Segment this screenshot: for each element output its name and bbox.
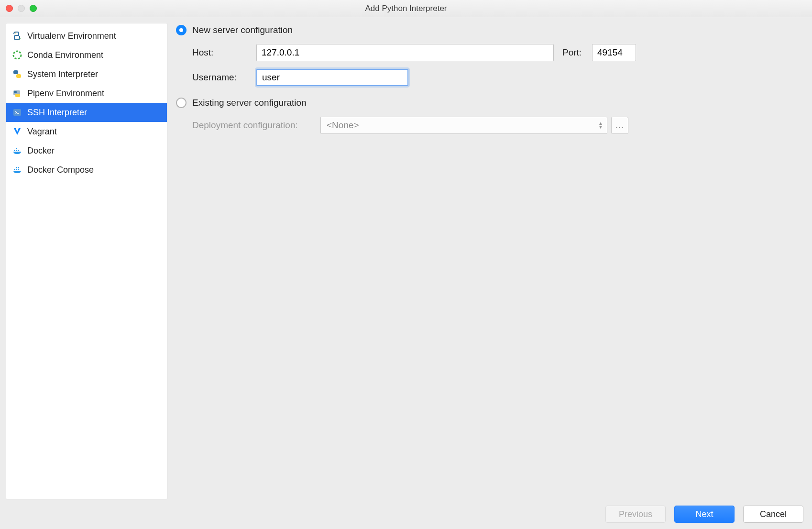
svg-text:v: v	[19, 37, 21, 41]
docker-icon	[12, 145, 22, 156]
sidebar-item-label: Docker Compose	[27, 165, 94, 175]
sidebar-item-label: System Interpreter	[27, 69, 98, 79]
chevron-updown-icon: ▲▼	[598, 121, 603, 129]
sidebar-item-docker-compose[interactable]: Docker Compose	[6, 160, 167, 179]
svg-rect-11	[16, 150, 17, 151]
port-input[interactable]	[592, 44, 636, 61]
svg-rect-3	[13, 70, 18, 74]
svg-rect-6	[15, 94, 20, 97]
maximize-icon[interactable]	[30, 5, 37, 12]
sidebar-item-conda[interactable]: Conda Environment	[6, 45, 167, 65]
username-input[interactable]	[256, 69, 408, 86]
port-label: Port:	[562, 47, 589, 58]
svg-rect-4	[16, 74, 21, 78]
deployment-config-label: Deployment configuration:	[192, 120, 320, 131]
next-button[interactable]: Next	[674, 506, 735, 523]
docker-compose-icon	[12, 165, 22, 175]
sidebar-item-vagrant[interactable]: Vagrant	[6, 122, 167, 141]
sidebar-item-label: SSH Interpreter	[27, 108, 87, 118]
sidebar-item-label: Conda Environment	[27, 50, 103, 60]
radio-existing-server-label: Existing server configuration	[192, 98, 307, 108]
svg-rect-15	[16, 169, 17, 170]
host-input[interactable]	[256, 44, 554, 61]
window-controls	[6, 5, 37, 12]
minimize-icon	[18, 5, 25, 12]
browse-button: ...	[611, 117, 628, 134]
close-icon[interactable]	[6, 5, 13, 12]
pipenv-icon	[12, 88, 22, 99]
interpreter-type-sidebar: v Virtualenv Environment Conda Environme…	[6, 23, 167, 499]
main-panel: New server configuration Host: Port: Use…	[176, 23, 806, 499]
new-server-config-radio-row[interactable]: New server configuration	[176, 25, 806, 35]
host-label: Host:	[192, 47, 256, 58]
radio-new-server-label: New server configuration	[192, 25, 293, 35]
sidebar-item-label: Virtualenv Environment	[27, 31, 116, 41]
sidebar-item-label: Docker	[27, 146, 55, 156]
dropdown-value: <None>	[327, 120, 359, 131]
sidebar-item-ssh[interactable]: SSH Interpreter	[6, 103, 167, 122]
deployment-config-dropdown: <None> ▲▼	[320, 117, 607, 134]
sidebar-item-label: Vagrant	[27, 127, 57, 137]
python-venv-icon: v	[12, 31, 22, 41]
svg-rect-12	[18, 150, 19, 151]
python-icon	[12, 69, 22, 79]
previous-button: Previous	[605, 506, 666, 523]
svg-rect-14	[14, 169, 15, 170]
titlebar: Add Python Interpreter	[0, 0, 812, 17]
sidebar-item-virtualenv[interactable]: v Virtualenv Environment	[6, 26, 167, 45]
svg-rect-18	[18, 167, 19, 168]
svg-rect-10	[14, 150, 15, 151]
terminal-icon	[12, 107, 22, 118]
cancel-button[interactable]: Cancel	[743, 506, 803, 523]
svg-rect-17	[16, 167, 17, 168]
svg-rect-16	[18, 169, 19, 170]
username-label: Username:	[192, 72, 256, 83]
svg-rect-7	[14, 91, 17, 93]
svg-rect-13	[16, 148, 17, 149]
dialog-footer: Previous Next Cancel	[0, 499, 812, 529]
window-title: Add Python Interpreter	[0, 4, 812, 13]
svg-point-2	[13, 51, 21, 59]
sidebar-item-system[interactable]: System Interpreter	[6, 65, 167, 84]
conda-icon	[12, 50, 22, 60]
sidebar-item-pipenv[interactable]: Pipenv Environment	[6, 84, 167, 103]
svg-point-0	[15, 33, 16, 33]
sidebar-item-docker[interactable]: Docker	[6, 141, 167, 160]
vagrant-icon	[12, 126, 22, 137]
radio-new-server[interactable]	[176, 25, 187, 35]
existing-server-config-radio-row[interactable]: Existing server configuration	[176, 98, 806, 108]
sidebar-item-label: Pipenv Environment	[27, 88, 104, 99]
radio-existing-server[interactable]	[176, 98, 187, 108]
